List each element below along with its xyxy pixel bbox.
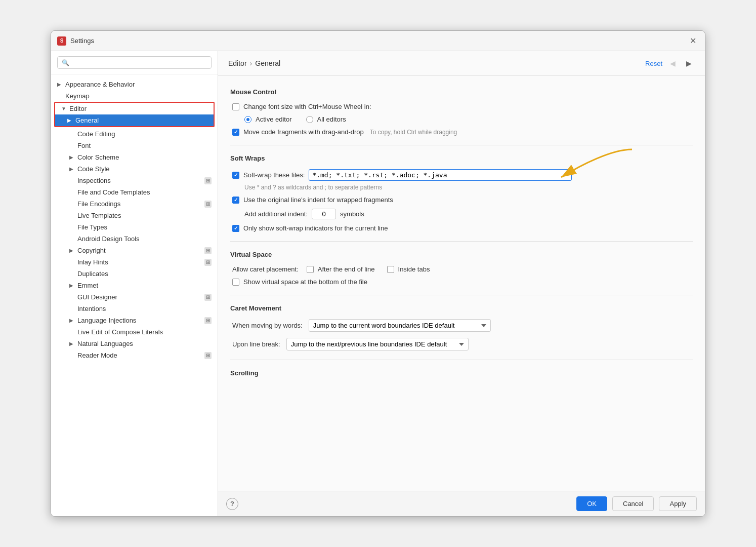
- all-editors-radio[interactable]: [306, 116, 313, 123]
- sidebar-item-label: Android Design Tools: [77, 235, 212, 243]
- mouse-control-title: Mouse Control: [230, 88, 693, 96]
- settings-window: S Settings ✕ 🔍 ▶ Appearance & Behavior: [51, 30, 705, 517]
- caret-movement-title: Caret Movement: [230, 304, 693, 312]
- allow-caret-label: Allow caret placement:: [232, 265, 299, 273]
- when-moving-select[interactable]: Jump to the current word boundaries IDE …: [309, 319, 491, 332]
- indent-value-input[interactable]: [312, 209, 336, 219]
- change-font-size-row: Change font size with Ctrl+Mouse Wheel i…: [230, 103, 693, 110]
- move-code-fragments-label: Move code fragments with drag-and-drop: [243, 128, 364, 136]
- soft-wrap-checkbox[interactable]: [232, 172, 239, 179]
- sidebar-item-label: Language Injections: [77, 317, 202, 324]
- sidebar-item-live-templates[interactable]: Live Templates: [51, 210, 218, 221]
- forward-button[interactable]: ▶: [683, 57, 695, 69]
- inside-tabs-checkbox[interactable]: [387, 266, 394, 273]
- sidebar-item-intentions[interactable]: Intentions: [51, 303, 218, 315]
- when-moving-row: When moving by words: Jump to the curren…: [230, 319, 693, 332]
- main-header: Editor › General Reset ◀ ▶: [218, 51, 705, 76]
- app-icon: S: [57, 36, 66, 46]
- show-virtual-space-label: Show virtual space at the bottom of the …: [243, 278, 367, 286]
- sidebar-item-editor[interactable]: ▼ Editor: [55, 103, 214, 114]
- arrow-icon: ▶: [57, 82, 63, 87]
- file-pattern-input[interactable]: [309, 169, 572, 181]
- sidebar-item-label: General: [75, 116, 207, 124]
- sidebar-item-appearance[interactable]: ▶ Appearance & Behavior: [51, 79, 218, 90]
- upon-line-break-select[interactable]: Jump to the next/previous line boundarie…: [286, 338, 469, 350]
- arrow-icon: ▶: [69, 341, 75, 346]
- main-panel: Editor › General Reset ◀ ▶ Mouse Control…: [218, 51, 705, 516]
- sidebar-item-duplicates[interactable]: Duplicates: [51, 268, 218, 280]
- breadcrumb-separator: ›: [250, 59, 253, 67]
- search-wrap[interactable]: 🔍: [57, 56, 212, 69]
- sidebar-item-natural-languages[interactable]: ▶ Natural Languages: [51, 338, 218, 349]
- badge-icon: ⊞: [204, 317, 212, 324]
- cancel-button[interactable]: Cancel: [612, 496, 654, 511]
- bottom-actions: OK Cancel Apply: [576, 496, 697, 511]
- soft-wrap-files-row: Soft-wrap these files:: [230, 169, 693, 181]
- sidebar-item-code-style[interactable]: ▶ Code Style: [51, 163, 218, 175]
- sidebar-item-file-code-templates[interactable]: File and Code Templates: [51, 186, 218, 198]
- inside-tabs-label: Inside tabs: [398, 265, 430, 273]
- only-show-indicators-row: Only show soft-wrap indicators for the c…: [230, 224, 693, 232]
- sidebar-item-file-encodings[interactable]: File Encodings ⊞: [51, 198, 218, 210]
- sidebar-item-copyright[interactable]: ▶ Copyright ⊞: [51, 245, 218, 256]
- arrow-icon: ▶: [69, 318, 75, 323]
- badge-icon: ⊞: [204, 294, 212, 301]
- soft-wraps-title: Soft Wraps: [230, 154, 693, 162]
- sidebar-item-label: Live Edit of Compose Literals: [77, 328, 212, 336]
- change-font-size-label: Change font size with Ctrl+Mouse Wheel i…: [243, 103, 371, 110]
- title-bar: S Settings ✕: [51, 31, 705, 51]
- use-original-indent-checkbox[interactable]: [232, 197, 239, 204]
- window-title: Settings: [70, 37, 683, 45]
- scrolling-title: Scrolling: [230, 369, 693, 377]
- move-code-fragments-checkbox[interactable]: [232, 129, 239, 136]
- sidebar-item-live-edit-compose[interactable]: Live Edit of Compose Literals: [51, 326, 218, 338]
- ok-button[interactable]: OK: [576, 496, 607, 511]
- move-code-fragments-hint: To copy, hold Ctrl while dragging: [370, 129, 457, 136]
- badge-icon: ⊞: [204, 177, 212, 184]
- sidebar-item-file-types[interactable]: File Types: [51, 221, 218, 233]
- after-end-checkbox[interactable]: [307, 266, 314, 273]
- sidebar-item-emmet[interactable]: ▶ Emmet: [51, 280, 218, 291]
- sidebar-item-color-scheme[interactable]: ▶ Color Scheme: [51, 151, 218, 163]
- show-virtual-space-checkbox[interactable]: [232, 279, 239, 286]
- sidebar-item-reader-mode[interactable]: Reader Mode ⊞: [51, 349, 218, 361]
- help-button[interactable]: ?: [226, 498, 238, 510]
- sidebar-item-inlay-hints[interactable]: Inlay Hints ⊞: [51, 256, 218, 268]
- allow-caret-row: Allow caret placement: After the end of …: [230, 265, 693, 273]
- search-input[interactable]: [72, 59, 207, 66]
- back-button[interactable]: ◀: [666, 57, 679, 69]
- sidebar-item-label: Inlay Hints: [77, 258, 202, 266]
- all-editors-label: All editors: [317, 115, 346, 123]
- sidebar-item-general[interactable]: ▶ General: [55, 114, 214, 126]
- sidebar-item-language-injections[interactable]: ▶ Language Injections ⊞: [51, 315, 218, 326]
- active-editor-radio[interactable]: [244, 116, 251, 123]
- sidebar-item-code-editing[interactable]: Code Editing: [51, 128, 218, 140]
- change-font-size-checkbox[interactable]: [232, 103, 239, 110]
- sidebar-item-label: Keymap: [65, 92, 212, 100]
- sidebar-item-label: GUI Designer: [77, 293, 202, 301]
- close-button[interactable]: ✕: [687, 35, 699, 47]
- breadcrumb-parent: Editor: [228, 59, 247, 67]
- sidebar-item-font[interactable]: Font: [51, 140, 218, 151]
- sidebar-item-label: Live Templates: [77, 212, 212, 219]
- reset-button[interactable]: Reset: [645, 60, 662, 67]
- soft-wrap-label: Soft-wrap these files:: [243, 171, 305, 179]
- sidebar-item-gui-designer[interactable]: GUI Designer ⊞: [51, 291, 218, 303]
- only-show-indicators-label: Only show soft-wrap indicators for the c…: [243, 224, 388, 232]
- main-content: Mouse Control Change font size with Ctrl…: [218, 76, 705, 491]
- sidebar-item-label: Emmet: [77, 282, 212, 289]
- bottom-bar: ? OK Cancel Apply: [218, 491, 705, 516]
- sidebar-item-label: Font: [77, 142, 212, 149]
- sidebar-item-label: Inspections: [77, 177, 202, 184]
- sidebar-item-keymap[interactable]: Keymap: [51, 90, 218, 102]
- symbols-label: symbols: [340, 210, 364, 218]
- sidebar-item-inspections[interactable]: Inspections ⊞: [51, 175, 218, 186]
- radio-row: Active editor All editors: [230, 115, 693, 123]
- sidebar-item-label: Color Scheme: [77, 153, 212, 161]
- sidebar-item-android-design-tools[interactable]: Android Design Tools: [51, 233, 218, 245]
- virtual-space-title: Virtual Space: [230, 251, 693, 258]
- apply-button[interactable]: Apply: [659, 496, 697, 511]
- only-show-indicators-checkbox[interactable]: [232, 225, 239, 232]
- add-indent-row: Add additional indent: symbols: [230, 209, 693, 219]
- show-virtual-space-row: Show virtual space at the bottom of the …: [230, 278, 693, 286]
